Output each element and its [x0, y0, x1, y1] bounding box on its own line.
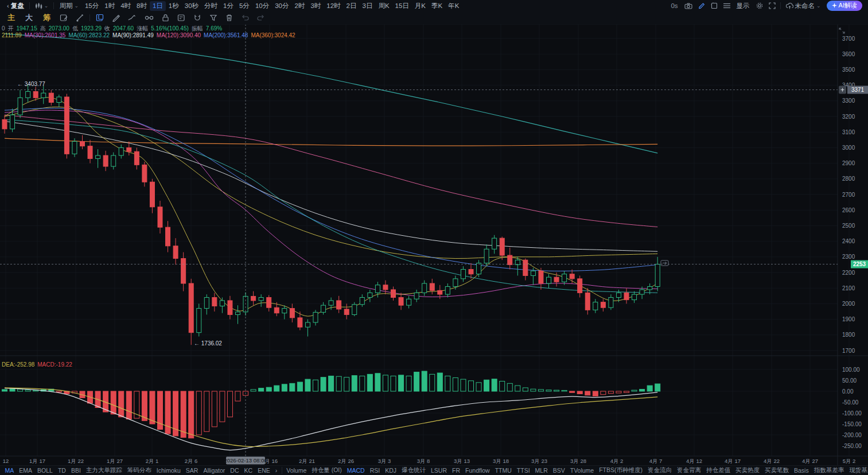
chevron-down-icon: ⌄	[44, 3, 49, 9]
tab-资金流向[interactable]: 资金流向	[645, 466, 675, 474]
timeframe-2时[interactable]: 2时	[291, 1, 308, 11]
period-dropdown[interactable]: 周期 ⌄	[56, 2, 82, 10]
timeframe-周K[interactable]: 周K	[375, 1, 392, 11]
tab-RSI[interactable]: RSI	[367, 467, 383, 474]
tab-Fundflow[interactable]: Fundflow	[463, 467, 493, 474]
tab-DC[interactable]: DC	[228, 467, 242, 474]
gear-icon[interactable]	[753, 2, 766, 9]
tab-筹码分布[interactable]: 筹码分布	[124, 466, 154, 474]
tab-MLR[interactable]: MLR	[532, 467, 550, 474]
timeframe-30秒[interactable]: 30秒	[182, 1, 201, 11]
big-chart-button[interactable]: 大	[20, 13, 38, 23]
chart-type-selector[interactable]: ⌄	[32, 3, 52, 9]
kline-edit-icon[interactable]	[56, 14, 72, 22]
tab-TTSI[interactable]: TTSI	[514, 467, 532, 474]
timeframe-季K[interactable]: 季K	[429, 1, 445, 11]
undo-icon[interactable]	[237, 14, 253, 21]
note-edit-icon[interactable]	[173, 14, 189, 22]
tab-KC[interactable]: KC	[242, 467, 255, 474]
trading-app-window: ‹ 复盘 ⌄ 周期 ⌄ 15分1时4时8时1日1秒30秒分时1分5分10分30分…	[0, 0, 868, 475]
tab-BBI[interactable]: BBI	[68, 467, 83, 474]
tab-Alligator[interactable]: Alligator	[201, 467, 228, 474]
list-settings-icon[interactable]	[721, 3, 733, 9]
tab-EMA[interactable]: EMA	[17, 467, 35, 474]
timeframe-8时[interactable]: 8时	[134, 1, 150, 11]
info-segment: 7.69%	[206, 25, 222, 32]
timeframe-1日[interactable]: 1日	[150, 1, 166, 11]
timeframe-年K[interactable]: 年K	[445, 1, 462, 11]
main-chart-button[interactable]: 主	[2, 13, 20, 23]
svg-text:1月 17: 1月 17	[29, 458, 45, 464]
timeframe-分时[interactable]: 分时	[201, 1, 220, 11]
tab-持仓差值[interactable]: 持仓差值	[704, 466, 733, 474]
timeframe-4时[interactable]: 4时	[118, 1, 134, 11]
svg-text:2400: 2400	[842, 238, 855, 244]
tab-TVolume[interactable]: TVolume	[567, 467, 596, 474]
timeframe-1时[interactable]: 1时	[102, 1, 118, 11]
tab-爆仓统计[interactable]: 爆仓统计	[399, 466, 429, 474]
brush-icon[interactable]	[72, 14, 88, 22]
tab-FTBS(币种维度)[interactable]: FTBS(币种维度)	[597, 466, 645, 474]
timeframe-5分[interactable]: 5分	[236, 1, 252, 11]
pane-expand-icon[interactable]	[839, 26, 845, 36]
tab-MA[interactable]: MA	[2, 467, 17, 474]
tab-现货基差率[interactable]: 现货基差率	[847, 466, 868, 474]
timeframe-2日[interactable]: 2日	[344, 1, 360, 11]
tab-Ichimoku[interactable]: Ichimoku	[154, 467, 183, 474]
replay-speed[interactable]: 0s	[667, 2, 681, 9]
pencil-tool-icon[interactable]	[108, 14, 124, 22]
tab-TD[interactable]: TD	[55, 467, 68, 474]
timeframe-10分[interactable]: 10分	[252, 1, 272, 11]
info-segment: 低	[72, 25, 78, 32]
tab-SAR[interactable]: SAR	[183, 467, 201, 474]
tab-BSV[interactable]: BSV	[550, 467, 567, 474]
filter-funnel-icon[interactable]	[205, 14, 221, 22]
magnet-icon[interactable]	[189, 14, 205, 22]
timeframe-15分[interactable]: 15分	[82, 1, 102, 11]
timeframe-3时[interactable]: 3时	[308, 1, 324, 11]
tab-MACD[interactable]: MACD	[344, 467, 367, 474]
info-segment: 涨幅	[137, 25, 148, 32]
draw-pencil-icon[interactable]	[695, 2, 708, 9]
back-button[interactable]: ‹ 复盘	[3, 2, 28, 10]
tab-买卖热度[interactable]: 买卖热度	[733, 466, 762, 474]
tab-持仓量 (OI)[interactable]: 持仓量 (OI)	[309, 466, 345, 474]
tab-Volume[interactable]: Volume	[284, 467, 309, 474]
select-tool-icon[interactable]	[92, 14, 108, 22]
fullscreen-icon[interactable]	[766, 2, 779, 9]
tab-›[interactable]: ›	[273, 467, 280, 474]
screenshot-camera-icon[interactable]	[682, 3, 695, 9]
timeframe-1分[interactable]: 1分	[220, 1, 236, 11]
tab-BOLL[interactable]: BOLL	[35, 467, 56, 474]
ai-analyze-button[interactable]: AI解读	[827, 1, 862, 11]
trash-icon[interactable]	[221, 14, 237, 22]
tab-买卖笔数[interactable]: 买卖笔数	[762, 466, 792, 474]
lock-icon[interactable]	[158, 14, 173, 22]
layout-name-menu[interactable]: 未命名 ⌄	[783, 2, 824, 10]
measure-icon[interactable]	[141, 14, 158, 22]
tab-KDJ[interactable]: KDJ	[383, 467, 399, 474]
timeframe-3日[interactable]: 3日	[359, 1, 375, 11]
chips-button[interactable]: 筹	[38, 13, 56, 23]
tab-指数基差率[interactable]: 指数基差率	[811, 466, 847, 474]
compare-window-icon[interactable]	[708, 2, 721, 9]
timeframe-1秒[interactable]: 1秒	[166, 1, 182, 11]
timeframe-30分[interactable]: 30分	[272, 1, 291, 11]
display-menu[interactable]: 显示	[733, 2, 753, 10]
tab-主力大单跟踪[interactable]: 主力大单跟踪	[83, 466, 124, 474]
timeframe-12时[interactable]: 12时	[324, 1, 343, 11]
redo-icon[interactable]	[253, 14, 269, 21]
tab-ENE[interactable]: ENE	[255, 467, 273, 474]
tab-Basis[interactable]: Basis	[792, 467, 812, 474]
tab-资金背离[interactable]: 资金背离	[675, 466, 704, 474]
timeframe-月K[interactable]: 月K	[412, 1, 429, 11]
svg-text:2月 1: 2月 1	[146, 458, 159, 464]
timeframe-15日[interactable]: 15日	[392, 1, 412, 11]
tab-FR[interactable]: FR	[450, 467, 463, 474]
tab-TTMU[interactable]: TTMU	[492, 467, 514, 474]
pen-wave-icon[interactable]	[124, 14, 141, 22]
tab-LSUR[interactable]: LSUR	[429, 467, 450, 474]
chart-canvas[interactable]: 3700360035003400330032003100300029002800…	[0, 0, 868, 475]
info-segment: 高	[40, 25, 46, 32]
ma-line-MA-blue	[5, 108, 657, 271]
